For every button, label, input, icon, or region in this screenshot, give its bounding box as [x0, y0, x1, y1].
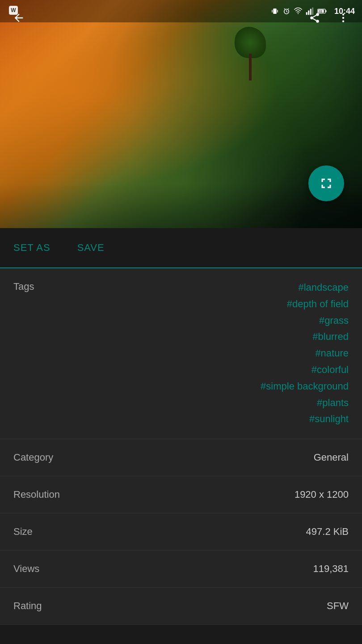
more-options-button[interactable]	[333, 8, 353, 28]
svg-point-19	[316, 13, 319, 16]
share-icon	[309, 12, 320, 24]
set-as-button[interactable]: SET AS	[13, 242, 51, 254]
resolution-row: Resolution 1920 x 1200	[0, 476, 362, 513]
category-value: General	[139, 452, 349, 463]
rating-label: Rating	[13, 600, 139, 612]
category-row: Category General	[0, 439, 362, 476]
tags-row: Tags #landscape #depth of field #grass #…	[0, 268, 362, 439]
resolution-label: Resolution	[13, 489, 139, 500]
size-row: Size 497.2 KiB	[0, 513, 362, 551]
views-row: Views 119,381	[0, 551, 362, 588]
back-button[interactable]	[9, 8, 29, 28]
action-bar: SET AS SAVE	[0, 228, 362, 268]
resolution-value: 1920 x 1200	[139, 489, 349, 500]
share-button[interactable]	[305, 8, 324, 28]
tag-colorful[interactable]: #colorful	[311, 363, 349, 377]
save-button[interactable]: SAVE	[77, 242, 105, 254]
tag-depth-of-field[interactable]: #depth of field	[287, 297, 349, 311]
top-nav	[0, 0, 362, 36]
svg-point-20	[310, 17, 313, 20]
expand-icon	[318, 175, 334, 191]
tag-simple-background[interactable]: #simple background	[261, 380, 349, 394]
svg-point-21	[316, 20, 319, 23]
category-label: Category	[13, 452, 139, 463]
size-value: 497.2 KiB	[139, 526, 349, 538]
tags-label: Tags	[13, 281, 139, 292]
tags-value: #landscape #depth of field #grass #blurr…	[139, 281, 349, 426]
nav-right-actions	[305, 8, 353, 28]
size-label: Size	[13, 526, 139, 538]
tag-sunlight[interactable]: #sunlight	[309, 412, 349, 426]
more-vert-icon	[337, 12, 349, 24]
views-label: Views	[13, 563, 139, 575]
tag-landscape[interactable]: #landscape	[298, 281, 349, 295]
tag-grass[interactable]: #grass	[319, 314, 349, 328]
expand-button[interactable]	[308, 165, 344, 201]
tag-blurred[interactable]: #blurred	[312, 330, 349, 344]
details-table: Tags #landscape #depth of field #grass #…	[0, 268, 362, 625]
tag-plants[interactable]: #plants	[317, 396, 349, 410]
views-value: 119,381	[139, 563, 349, 575]
hero-image: W	[0, 0, 362, 228]
rating-row: Rating SFW	[0, 588, 362, 625]
rating-value: SFW	[139, 600, 349, 612]
back-arrow-icon	[13, 12, 25, 24]
tag-nature[interactable]: #nature	[315, 347, 349, 360]
svg-point-26	[342, 20, 344, 22]
svg-point-24	[342, 13, 344, 15]
svg-line-23	[313, 15, 316, 17]
svg-point-25	[342, 17, 344, 19]
svg-line-22	[313, 19, 316, 21]
